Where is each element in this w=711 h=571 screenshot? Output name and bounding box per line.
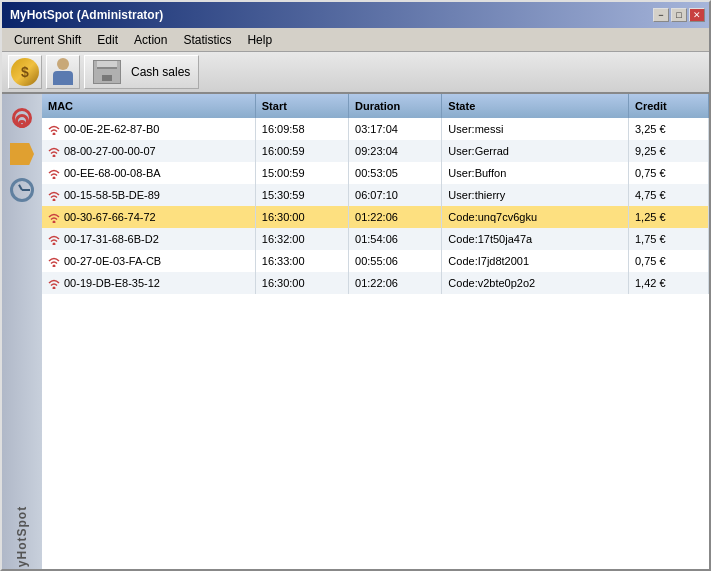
- col-header-mac: MAC: [42, 94, 255, 118]
- cell-credit: 0,75 €: [628, 250, 708, 272]
- cell-mac: 00-19-DB-E8-35-12: [42, 272, 255, 294]
- col-header-state: State: [442, 94, 629, 118]
- cell-mac: 00-30-67-66-74-72: [42, 206, 255, 228]
- toolbar: $ Cash sales: [2, 52, 709, 94]
- main-window: MyHotSpot (Administrator) − □ ✕ Current …: [0, 0, 711, 571]
- svg-point-4: [53, 221, 56, 224]
- signal-icon: [48, 123, 60, 135]
- close-button[interactable]: ✕: [689, 8, 705, 22]
- table-row[interactable]: 08-00-27-00-00-0716:00:5909:23:04User:Ge…: [42, 140, 709, 162]
- cell-state: User:thierry: [442, 184, 629, 206]
- cell-state: User:Gerrad: [442, 140, 629, 162]
- signal-icon: [48, 167, 60, 179]
- minimize-button[interactable]: −: [653, 8, 669, 22]
- sidebar: MyHotSpot: [2, 94, 42, 569]
- menu-help[interactable]: Help: [239, 31, 280, 49]
- cash-sales-button[interactable]: Cash sales: [84, 55, 199, 89]
- cell-start: 16:00:59: [255, 140, 348, 162]
- main-content: MyHotSpot MAC Start Duration State Credi…: [2, 94, 709, 569]
- cell-mac: 00-17-31-68-6B-D2: [42, 228, 255, 250]
- cell-mac: 00-27-0E-03-FA-CB: [42, 250, 255, 272]
- clock-icon: [10, 178, 34, 202]
- coins-icon: $: [11, 58, 39, 86]
- sidebar-wifi-button[interactable]: [8, 104, 36, 132]
- cell-start: 16:30:00: [255, 206, 348, 228]
- svg-point-1: [53, 155, 56, 158]
- signal-icon: [48, 145, 60, 157]
- svg-point-7: [53, 287, 56, 290]
- cell-mac: 00-EE-68-00-08-BA: [42, 162, 255, 184]
- menu-current-shift[interactable]: Current Shift: [6, 31, 89, 49]
- menu-bar: Current Shift Edit Action Statistics Hel…: [2, 28, 709, 52]
- table-row[interactable]: 00-17-31-68-6B-D216:32:0001:54:06Code:17…: [42, 228, 709, 250]
- cash-register-icon: [93, 60, 121, 84]
- signal-icon: [48, 189, 60, 201]
- signal-icon: [48, 233, 60, 245]
- cell-state: Code:I7jd8t2001: [442, 250, 629, 272]
- cell-credit: 1,25 €: [628, 206, 708, 228]
- cell-duration: 00:53:05: [349, 162, 442, 184]
- restore-button[interactable]: □: [671, 8, 687, 22]
- sidebar-clock-button[interactable]: [8, 176, 36, 204]
- cell-start: 16:30:00: [255, 272, 348, 294]
- user-button[interactable]: [46, 55, 80, 89]
- cell-credit: 0,75 €: [628, 162, 708, 184]
- signal-icon: [48, 277, 60, 289]
- col-header-start: Start: [255, 94, 348, 118]
- svg-point-5: [53, 243, 56, 246]
- signal-icon: [48, 255, 60, 267]
- cell-mac: 08-00-27-00-00-07: [42, 140, 255, 162]
- cell-mac: 00-0E-2E-62-87-B0: [42, 118, 255, 140]
- signal-icon: [48, 211, 60, 223]
- table-header-row: MAC Start Duration State Credit: [42, 94, 709, 118]
- sidebar-app-label: MyHotSpot: [15, 506, 29, 569]
- table-row[interactable]: 00-30-67-66-74-7216:30:0001:22:06Code:un…: [42, 206, 709, 228]
- cell-start: 15:00:59: [255, 162, 348, 184]
- cell-state: User:messi: [442, 118, 629, 140]
- cell-credit: 9,25 €: [628, 140, 708, 162]
- coins-button[interactable]: $: [8, 55, 42, 89]
- cell-credit: 3,25 €: [628, 118, 708, 140]
- sidebar-tag-button[interactable]: [8, 140, 36, 168]
- table-area: MAC Start Duration State Credit 00-0E-2E…: [42, 94, 709, 569]
- cell-duration: 00:55:06: [349, 250, 442, 272]
- cell-duration: 06:07:10: [349, 184, 442, 206]
- window-title: MyHotSpot (Administrator): [10, 8, 163, 22]
- svg-point-2: [53, 177, 56, 180]
- sessions-table: MAC Start Duration State Credit 00-0E-2E…: [42, 94, 709, 294]
- col-header-duration: Duration: [349, 94, 442, 118]
- cell-start: 15:30:59: [255, 184, 348, 206]
- cell-credit: 1,42 €: [628, 272, 708, 294]
- svg-point-3: [53, 199, 56, 202]
- cell-duration: 03:17:04: [349, 118, 442, 140]
- table-row[interactable]: 00-0E-2E-62-87-B016:09:5803:17:04User:me…: [42, 118, 709, 140]
- cell-credit: 1,75 €: [628, 228, 708, 250]
- wifi-icon: [10, 108, 34, 128]
- table-row[interactable]: 00-19-DB-E8-35-1216:30:0001:22:06Code:v2…: [42, 272, 709, 294]
- menu-action[interactable]: Action: [126, 31, 175, 49]
- cash-sales-label: Cash sales: [131, 65, 190, 79]
- menu-statistics[interactable]: Statistics: [175, 31, 239, 49]
- menu-edit[interactable]: Edit: [89, 31, 126, 49]
- cell-state: Code:unq7cv6gku: [442, 206, 629, 228]
- col-header-credit: Credit: [628, 94, 708, 118]
- cell-duration: 01:22:06: [349, 206, 442, 228]
- cell-duration: 09:23:04: [349, 140, 442, 162]
- cell-duration: 01:22:06: [349, 272, 442, 294]
- cell-state: Code:17t50ja47a: [442, 228, 629, 250]
- cell-state: Code:v2bte0p2o2: [442, 272, 629, 294]
- table-row[interactable]: 00-27-0E-03-FA-CB16:33:0000:55:06Code:I7…: [42, 250, 709, 272]
- svg-point-0: [53, 133, 56, 136]
- svg-point-6: [53, 265, 56, 268]
- table-row[interactable]: 00-EE-68-00-08-BA15:00:5900:53:05User:Bu…: [42, 162, 709, 184]
- person-icon: [52, 58, 74, 86]
- cell-duration: 01:54:06: [349, 228, 442, 250]
- cell-start: 16:32:00: [255, 228, 348, 250]
- table-row[interactable]: 00-15-58-5B-DE-8915:30:5906:07:10User:th…: [42, 184, 709, 206]
- cell-state: User:Buffon: [442, 162, 629, 184]
- tag-icon: [10, 143, 34, 165]
- cell-start: 16:33:00: [255, 250, 348, 272]
- title-bar: MyHotSpot (Administrator) − □ ✕: [2, 2, 709, 28]
- window-controls: − □ ✕: [653, 8, 705, 22]
- cell-start: 16:09:58: [255, 118, 348, 140]
